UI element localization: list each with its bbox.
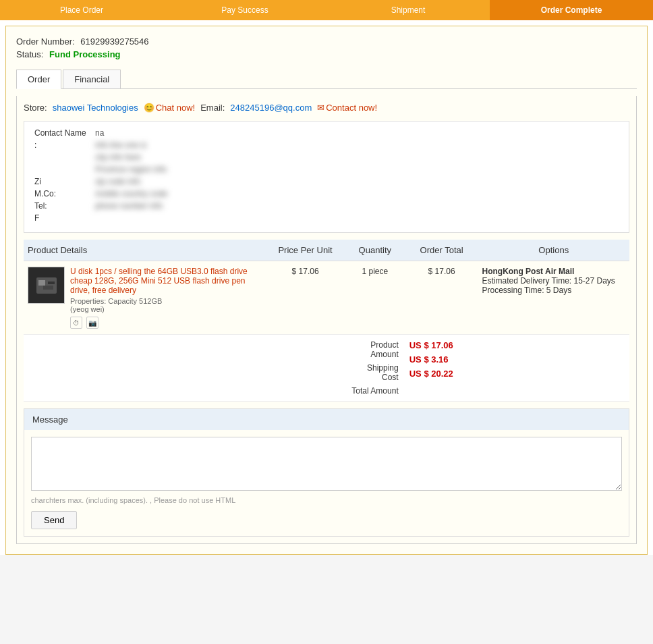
message-textarea[interactable] (31, 437, 622, 491)
col-product-details: Product Details (24, 240, 266, 261)
contact-fax-label: F (34, 213, 95, 223)
message-body: charchters max. (including spaces). , Pl… (24, 430, 629, 536)
step-shipment: Shipment (326, 0, 490, 20)
contact-name-row: Contact Name na (34, 128, 619, 138)
contact-name-label: Contact Name (34, 128, 95, 138)
shipping-processing-time: Processing Time: 5 Days (482, 286, 625, 295)
product-row: U disk 1pcs / selling the 64GB USB3.0 fl… (24, 261, 629, 335)
col-quantity: Quantity (345, 240, 405, 261)
product-properties: Properties: Capacity 512GB (70, 297, 262, 305)
camera-icon[interactable]: 📷 (86, 317, 98, 329)
product-table: Product Details Price Per Unit Quantity … (24, 240, 629, 402)
contact-city-row: city info here (34, 153, 619, 162)
step-order-complete: Order Complete (490, 0, 653, 20)
contact-region-value: Province region info (95, 165, 167, 174)
clock-icon[interactable]: ⏱ (70, 317, 82, 329)
send-button[interactable]: Send (31, 511, 77, 529)
store-row: Store: shaowei Technologies 😊 Chat now! … (24, 103, 629, 113)
order-total-cell: $ 17.06 (405, 261, 478, 335)
product-info: U disk 1pcs / selling the 64GB USB3.0 fl… (70, 267, 262, 329)
col-order-total: Order Total (405, 240, 478, 261)
tab-financial[interactable]: Financial (63, 70, 121, 88)
contact-address-value: info line one iz (95, 140, 147, 150)
chat-now-button[interactable]: 😊 Chat now! (144, 103, 196, 113)
product-image (28, 267, 65, 304)
step-place-order: Place Order (0, 0, 163, 20)
product-action-icons: ⏱ 📷 (70, 317, 262, 329)
product-amount-label: Product Amount (349, 340, 399, 359)
product-details-cell: U disk 1pcs / selling the 64GB USB3.0 fl… (24, 261, 266, 335)
contact-zip-label: Zi (34, 177, 95, 186)
totals-amounts: US $ 17.06 US $ 3.16 US $ 20.22 (409, 340, 453, 379)
progress-bar: Place Order Pay Success Shipment Order C… (0, 0, 653, 20)
quantity-cell: 1 piece (345, 261, 405, 335)
svg-rect-2 (48, 281, 55, 284)
col-options: Options (478, 240, 629, 261)
message-header: Message (24, 409, 629, 430)
product-name-link[interactable]: U disk 1pcs / selling the 64GB USB3.0 fl… (70, 267, 248, 295)
envelope-icon: ✉ (317, 103, 324, 113)
store-name-link[interactable]: shaowei Technologies (53, 103, 138, 113)
contact-address-label: : (34, 140, 95, 150)
product-seller: (yeog wei) (70, 305, 262, 313)
status-value: Fund Processing (49, 49, 120, 59)
tab-order-content: Store: shaowei Technologies 😊 Chat now! … (16, 96, 637, 544)
shipping-method: HongKong Post Air Mail (482, 267, 625, 276)
contact-zip-row: Zi zip code info (34, 177, 619, 186)
contact-mco-value: mobile country code (95, 189, 167, 198)
total-amount-value: US $ 20.22 (409, 369, 453, 379)
svg-rect-1 (38, 280, 45, 286)
product-amount-value: US $ 17.06 (409, 340, 453, 350)
shipping-delivery-time: Estimated Delivery Time: 15-27 Days (482, 276, 625, 286)
contact-name-value: na (95, 128, 104, 138)
svg-rect-3 (43, 286, 53, 290)
contact-phone-row: M.Co: mobile country code (34, 189, 619, 198)
contact-fax-row: F (34, 213, 619, 223)
contact-zip-value: zip code info (95, 177, 140, 186)
contact-now-button[interactable]: ✉ Contact now! (317, 103, 377, 113)
tab-order[interactable]: Order (16, 70, 61, 89)
email-label: Email: (200, 103, 225, 113)
main-content: Order Number: 61929939275546 Status: Fun… (5, 26, 648, 555)
status-label: Status: (16, 49, 43, 59)
email-link[interactable]: 248245196@qq.com (230, 103, 312, 113)
contact-tel-value: phone number info (95, 201, 163, 211)
shipping-cost-value: US $ 3.16 (409, 354, 453, 365)
shipping-info: HongKong Post Air Mail Estimated Deliver… (482, 267, 625, 295)
order-info: Order Number: 61929939275546 Status: Fun… (16, 36, 637, 59)
shipping-cost-label: Shipping Cost (349, 363, 399, 382)
chat-icon: 😊 (144, 103, 154, 113)
order-number-label: Order Number: (16, 36, 75, 47)
contact-city-value: city info here (95, 153, 141, 162)
contact-tel-row: Tel: phone number info (34, 201, 619, 211)
price-per-unit-cell: $ 17.06 (266, 261, 345, 335)
shipping-info-cell: HongKong Post Air Mail Estimated Deliver… (478, 261, 629, 335)
total-amount-label: Total Amount (349, 386, 399, 396)
message-section: Message charchters max. (including space… (24, 408, 629, 537)
totals-row: Product Amount Shipping Cost Total Amoun… (24, 335, 629, 402)
order-number-value: 61929939275546 (80, 36, 148, 47)
contact-region-row: Province region info (34, 165, 619, 174)
store-label: Store: (24, 103, 47, 113)
tabs: Order Financial (16, 70, 637, 89)
step-pay-success: Pay Success (163, 0, 326, 20)
contact-box: Contact Name na : info line one iz city … (24, 121, 629, 233)
col-price-per-unit: Price Per Unit (266, 240, 345, 261)
contact-tel-label: Tel: (34, 201, 95, 211)
message-hint: charchters max. (including spaces). , Pl… (31, 496, 622, 504)
contact-address-row: : info line one iz (34, 140, 619, 150)
